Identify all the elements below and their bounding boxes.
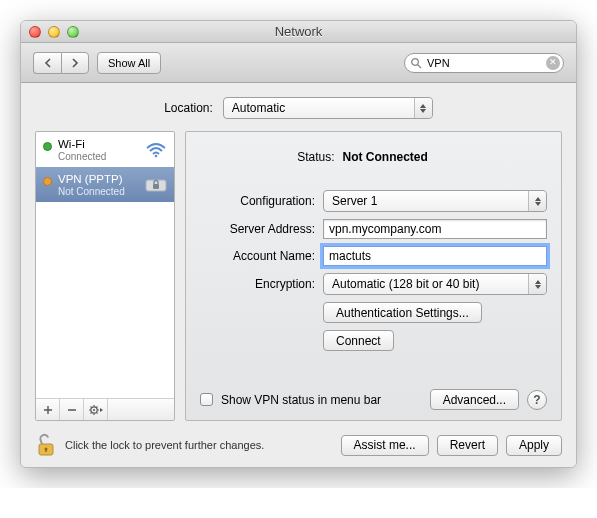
encryption-value: Automatic (128 bit or 40 bit) (332, 277, 479, 291)
svg-point-0 (412, 58, 419, 65)
location-popup[interactable]: Automatic (223, 97, 433, 119)
plus-icon (43, 405, 53, 415)
wifi-icon (145, 142, 167, 158)
remove-service-button[interactable] (60, 399, 84, 420)
network-prefs-window: Network Show All ✕ Location: Automatic (20, 20, 577, 468)
status-row: Status: Not Connected (200, 150, 547, 164)
location-value: Automatic (232, 101, 285, 115)
search-input[interactable] (404, 53, 564, 73)
location-row: Location: Automatic (35, 97, 562, 119)
status-dot-icon (43, 142, 52, 151)
svg-line-14 (96, 406, 97, 407)
close-window-button[interactable] (29, 26, 41, 38)
connect-button[interactable]: Connect (323, 330, 394, 351)
configuration-label: Configuration: (200, 194, 315, 208)
status-dot-icon (43, 177, 52, 186)
chevron-right-icon (71, 58, 79, 68)
service-name: VPN (PPTP) (58, 173, 135, 186)
window-footer: Click the lock to prevent further change… (35, 421, 562, 457)
account-name-input[interactable] (323, 246, 547, 266)
svg-rect-4 (153, 184, 159, 189)
show-status-label: Show VPN status in menu bar (221, 393, 381, 407)
service-name: Wi-Fi (58, 138, 135, 151)
configuration-value: Server 1 (332, 194, 377, 208)
back-button[interactable] (33, 52, 61, 74)
svg-line-11 (90, 406, 91, 407)
question-icon: ? (533, 393, 540, 407)
svg-line-13 (90, 412, 91, 413)
search-field-wrapper: ✕ (404, 53, 564, 73)
nav-group (33, 52, 89, 74)
search-icon (410, 57, 422, 69)
updown-icon (528, 191, 546, 211)
minimize-window-button[interactable] (48, 26, 60, 38)
service-item-wifi[interactable]: Wi-Fi Connected (36, 132, 174, 167)
toolbar: Show All ✕ (21, 43, 576, 83)
advanced-button[interactable]: Advanced... (430, 389, 519, 410)
svg-point-2 (155, 155, 158, 158)
svg-point-6 (93, 409, 95, 411)
svg-rect-17 (45, 449, 46, 452)
svg-line-12 (96, 412, 97, 413)
clear-search-button[interactable]: ✕ (546, 56, 560, 70)
authentication-settings-button[interactable]: Authentication Settings... (323, 302, 482, 323)
location-label: Location: (164, 101, 213, 115)
gear-icon (88, 404, 104, 416)
titlebar: Network (21, 21, 576, 43)
add-service-button[interactable] (36, 399, 60, 420)
traffic-lights (21, 26, 79, 38)
show-status-checkbox[interactable] (200, 393, 213, 406)
server-address-label: Server Address: (200, 222, 315, 236)
service-status: Connected (58, 151, 135, 162)
content-area: Location: Automatic Wi-Fi Connected (21, 83, 576, 467)
sidebar-footer (36, 398, 174, 420)
service-list[interactable]: Wi-Fi Connected VPN (PPTP) Not Connected (36, 132, 174, 398)
unlocked-lock-icon[interactable] (35, 433, 57, 457)
close-icon: ✕ (549, 58, 557, 67)
detail-panel: Status: Not Connected Configuration: Ser… (185, 131, 562, 421)
forward-button[interactable] (61, 52, 89, 74)
encryption-label: Encryption: (200, 277, 315, 291)
server-address-input[interactable] (323, 219, 547, 239)
configuration-popup[interactable]: Server 1 (323, 190, 547, 212)
updown-icon (414, 98, 432, 118)
window-title: Network (21, 24, 576, 39)
lock-text: Click the lock to prevent further change… (65, 439, 264, 451)
revert-button[interactable]: Revert (437, 435, 498, 456)
account-name-label: Account Name: (200, 249, 315, 263)
status-value: Not Connected (343, 150, 543, 164)
chevron-left-icon (44, 58, 52, 68)
encryption-popup[interactable]: Automatic (128 bit or 40 bit) (323, 273, 547, 295)
service-action-menu[interactable] (84, 399, 108, 420)
updown-icon (528, 274, 546, 294)
svg-line-1 (418, 64, 421, 67)
help-button[interactable]: ? (527, 390, 547, 410)
service-status: Not Connected (58, 186, 135, 197)
assist-me-button[interactable]: Assist me... (341, 435, 429, 456)
service-sidebar: Wi-Fi Connected VPN (PPTP) Not Connected (35, 131, 175, 421)
status-label: Status: (205, 150, 335, 164)
apply-button[interactable]: Apply (506, 435, 562, 456)
zoom-window-button[interactable] (67, 26, 79, 38)
lock-icon (145, 177, 167, 193)
service-item-vpn[interactable]: VPN (PPTP) Not Connected (36, 167, 174, 202)
show-all-button[interactable]: Show All (97, 52, 161, 74)
minus-icon (67, 405, 77, 415)
